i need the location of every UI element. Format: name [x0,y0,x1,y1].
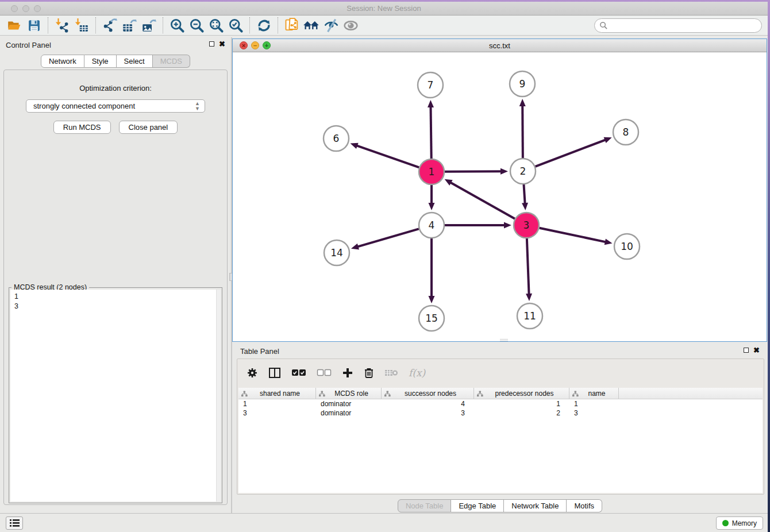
column-header-predecessor-nodes[interactable]: predecessor nodes [474,388,569,399]
edge-arrowhead [500,168,508,175]
duplicate-network-icon [284,17,300,33]
mcds-result-group: MCDS result (2 nodes) 13 [9,287,222,503]
canvas-resize-grip[interactable] [500,339,508,341]
network-graph[interactable]: 1234678910111415 [233,52,767,341]
column-header-shared-name[interactable]: shared name [238,388,316,399]
export-network-button[interactable] [101,17,118,34]
svg-text:2: 2 [520,165,526,177]
table-options-gear-icon[interactable] [247,367,258,379]
table-cell[interactable]: 3 [238,408,316,418]
table-cell[interactable]: 3 [569,408,619,418]
graph-edge-3-1[interactable] [450,182,515,219]
tab-select[interactable]: Select [117,55,153,68]
select-all-icon[interactable] [291,368,306,377]
close-panel-button[interactable]: Close panel [119,121,178,134]
svg-text:11: 11 [523,310,536,322]
graph-node-3[interactable]: 3 [514,213,539,238]
result-scrollbar[interactable] [216,290,221,502]
graph-node-14[interactable]: 14 [324,240,349,265]
delete-column-trash-icon[interactable] [364,367,374,379]
memory-status-icon [722,520,729,526]
table-cell[interactable]: 1 [474,399,569,408]
graph-edge-2-8[interactable] [536,140,606,167]
unselect-all-icon[interactable] [317,368,332,377]
optimization-dropdown[interactable]: strongly connected component ▲▼ [26,99,205,113]
table-cell[interactable]: dominator [316,408,382,418]
zoom-in-button[interactable] [168,17,186,34]
edge-arrowhead [604,137,612,143]
export-image-icon [141,18,157,33]
close-panel-icon[interactable]: ✖ [219,41,225,47]
graph-node-10[interactable]: 10 [614,234,640,259]
zoom-out-button[interactable] [188,17,205,34]
graph-node-15[interactable]: 15 [419,306,444,331]
tab-network-table[interactable]: Network Table [504,499,567,512]
graph-node-9[interactable]: 9 [510,71,535,97]
zoom-fit-button[interactable] [207,17,225,34]
graph-node-8[interactable]: 8 [613,119,638,145]
graph-edge-4-14[interactable] [357,229,419,246]
network-frame-title: scc.txt [233,41,767,50]
graph-node-1[interactable]: 1 [419,159,444,184]
table-cell[interactable]: dominator [316,399,382,408]
network-frame-titlebar[interactable]: × – + scc.txt [233,39,767,52]
first-neighbors-button[interactable] [303,17,320,34]
graph-edge-3-10[interactable] [540,228,606,242]
float-panel-icon[interactable] [744,348,749,353]
column-header-name[interactable]: name [569,388,619,399]
add-column-plus-icon[interactable] [342,367,353,379]
task-history-button[interactable] [6,516,23,530]
memory-button[interactable]: Memory [716,516,763,530]
tab-network[interactable]: Network [41,55,84,68]
duplicate-network-button[interactable] [283,17,301,34]
tab-edge-table[interactable]: Edge Table [451,499,504,512]
graph-edge-3-11[interactable] [527,238,529,295]
table-cell[interactable]: 3 [382,408,474,418]
tab-motifs[interactable]: Motifs [567,499,602,512]
close-panel-icon[interactable]: ✖ [753,347,760,353]
graph-node-2[interactable]: 2 [510,159,536,184]
search-input[interactable] [594,18,762,33]
zoom-selected-icon [228,18,244,33]
float-panel-icon[interactable] [209,41,214,47]
table-cell[interactable]: 1 [238,399,316,408]
tab-mcds[interactable]: MCDS [153,55,190,68]
column-panel-icon[interactable] [268,367,281,379]
graph-node-4[interactable]: 4 [419,213,444,238]
edge-arrowhead [429,203,435,210]
show-all-button[interactable] [342,17,359,34]
hide-selected-button[interactable] [322,17,340,34]
export-table-button[interactable] [121,17,138,34]
apply-layout-button[interactable] [255,17,272,34]
import-network-button[interactable] [53,17,71,34]
graph-node-7[interactable]: 7 [418,72,443,98]
graph-node-6[interactable]: 6 [324,126,349,151]
graph-edge-1-6[interactable] [356,145,419,167]
zoom-selected-button[interactable] [227,17,244,34]
table-row[interactable]: 1dominator411 [238,399,763,408]
export-image-button[interactable] [140,17,157,34]
network-canvas[interactable]: 1234678910111415 [233,52,767,341]
node-table[interactable]: shared nameMCDS rolesuccessor nodesprede… [238,388,763,493]
graph-edge-1-7[interactable] [430,106,431,159]
table-cell[interactable]: 2 [474,408,569,418]
mcds-result-text[interactable]: 13 [10,290,221,502]
graph-edge-2-9[interactable] [522,105,523,158]
column-header-successor-nodes[interactable]: successor nodes [382,388,474,399]
tab-node-table[interactable]: Node Table [398,499,452,512]
edge-arrowhead [504,222,511,229]
graph-node-11[interactable]: 11 [517,303,542,329]
open-session-button[interactable] [6,17,23,34]
table-row[interactable]: 3dominator323 [238,408,763,418]
eye-slash-icon [323,17,340,34]
save-session-button[interactable] [25,17,43,34]
graph-edge-2-3[interactable] [523,184,525,204]
table-cell[interactable]: 1 [569,399,619,408]
tab-style[interactable]: Style [84,55,117,68]
graph-edge-1-2[interactable] [445,171,502,172]
column-header-MCDS-role[interactable]: MCDS role [316,388,382,399]
import-table-button[interactable] [73,17,90,34]
table-cell[interactable]: 4 [382,399,474,408]
node-table-card: f(x) shared nameMCDS rolesuccessor nodes… [237,358,764,495]
run-mcds-button[interactable]: Run MCDS [53,121,111,134]
